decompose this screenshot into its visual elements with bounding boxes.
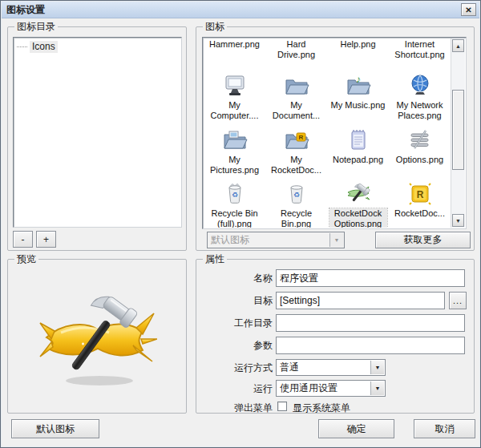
icon-list-item[interactable]: Options.png <box>389 126 451 180</box>
default-icon-button[interactable]: 默认图标 <box>11 419 99 438</box>
run-mode-dropdown[interactable]: 普通 ▼ <box>276 359 386 376</box>
properties-group: 属性 名称 目标 ... 工作目录 参数 运行方式 普通 ▼ 运行 使用通用设置… <box>196 259 475 414</box>
preview-hammer-icon <box>37 276 157 397</box>
my-computer-icon <box>222 73 248 99</box>
remove-directory-button[interactable]: - <box>13 231 33 248</box>
folder-icon <box>284 73 309 99</box>
run-label: 运行 <box>196 382 273 396</box>
icon-list-item[interactable]: My Pictures.png <box>204 126 265 180</box>
icon-directory-group-label: 图标目录 <box>14 21 58 32</box>
icon-list-item[interactable]: Recycle Bin.png <box>265 180 327 228</box>
icon-list-group-label: 图标 <box>203 21 227 32</box>
notepad-icon <box>346 127 371 153</box>
name-input[interactable] <box>276 269 465 287</box>
popup-menu-label: 弹出菜单 <box>196 402 273 415</box>
close-button[interactable]: ✕ <box>461 3 476 16</box>
default-icon-dropdown-value: 默认图标 <box>211 233 249 247</box>
close-icon: ✕ <box>465 6 471 14</box>
icon-list-item-selected[interactable]: RocketDock Options.png <box>327 180 389 228</box>
tree-connector-icon <box>17 46 27 47</box>
r-badge-icon <box>407 181 433 207</box>
scrollbar-thumb[interactable] <box>452 90 464 170</box>
icon-grid: Hammer.png Hard Drive.png Help.png Inter… <box>204 39 451 228</box>
pictures-folder-icon <box>222 127 248 153</box>
icon-list-item[interactable]: My RocketDoc... <box>265 126 327 180</box>
ellipsis-icon: ... <box>453 296 463 305</box>
plus-icon: + <box>43 234 49 245</box>
recycle-bin-icon <box>284 181 309 207</box>
chevron-down-icon: ▼ <box>370 381 384 395</box>
target-label: 目标 <box>196 294 273 308</box>
scroll-up-button[interactable]: ▲ <box>452 39 464 52</box>
browse-button[interactable]: ... <box>449 292 467 309</box>
workdir-input[interactable] <box>276 314 465 332</box>
show-system-menu-checkbox[interactable] <box>277 402 287 411</box>
show-system-menu-label: 显示系统菜单 <box>293 402 350 415</box>
get-more-button[interactable]: 获取更多 <box>375 232 471 248</box>
rocketdock-folder-icon <box>284 127 309 153</box>
icon-directory-tree[interactable]: Icons <box>13 37 182 228</box>
icon-list-item[interactable]: My Document... <box>265 71 327 126</box>
scroll-down-button[interactable]: ▼ <box>452 214 464 227</box>
run-mode-value: 普通 <box>280 361 299 374</box>
icon-list-group: 图标 Hammer.png Hard Drive.png Help.png In… <box>196 26 475 251</box>
window-title: 图标设置 <box>6 3 45 17</box>
workdir-label: 工作目录 <box>196 317 273 330</box>
run-value: 使用通用设置 <box>280 381 338 395</box>
icon-settings-dialog: 图标设置 ✕ 图标目录 Icons - + 图标 Hammer.png <box>0 0 481 448</box>
target-input[interactable] <box>276 292 445 309</box>
run-mode-label: 运行方式 <box>196 361 273 375</box>
icon-list-item[interactable]: Hammer.png <box>204 39 265 71</box>
icon-list-item[interactable]: RocketDoc... <box>389 180 451 228</box>
add-directory-button[interactable]: + <box>36 231 56 248</box>
name-label: 名称 <box>196 272 273 285</box>
properties-group-label: 属性 <box>203 253 227 264</box>
scroll-up-icon: ▲ <box>455 43 461 49</box>
icon-list-item[interactable]: Recycle Bin (full).png <box>204 180 265 228</box>
icon-list-scrollbar[interactable]: ▲ ▼ <box>451 38 465 228</box>
options-sliders-icon <box>407 127 433 153</box>
default-icon-dropdown[interactable]: 默认图标 ▼ <box>207 232 345 248</box>
chevron-down-icon: ▼ <box>370 361 384 374</box>
scroll-down-icon: ▼ <box>455 218 461 224</box>
cancel-button[interactable]: 取消 <box>414 419 475 438</box>
icon-list-item[interactable]: My Network Places.png <box>389 71 451 126</box>
globe-icon <box>407 73 433 99</box>
ok-button[interactable]: 确定 <box>318 419 394 438</box>
preview-group: 预览 <box>7 259 187 414</box>
hammer-options-icon <box>346 181 371 207</box>
icon-list-item[interactable]: Internet Shortcut.png <box>389 39 451 71</box>
params-label: 参数 <box>196 339 273 353</box>
chevron-down-icon: ▼ <box>329 233 343 247</box>
tree-item-icons[interactable]: Icons <box>17 41 181 53</box>
icon-list-item[interactable]: Help.png <box>327 39 389 71</box>
minus-icon: - <box>22 234 25 245</box>
music-folder-icon <box>346 73 371 99</box>
icon-list: Hammer.png Hard Drive.png Help.png Inter… <box>202 37 467 229</box>
params-input[interactable] <box>276 337 465 354</box>
icon-list-item[interactable]: Hard Drive.png <box>265 39 327 71</box>
preview-stage <box>8 260 186 413</box>
run-dropdown[interactable]: 使用通用设置 ▼ <box>276 380 386 397</box>
recycle-bin-full-icon <box>222 181 248 207</box>
icon-directory-group: 图标目录 Icons - + <box>7 26 187 251</box>
icon-list-item[interactable]: Notepad.png <box>327 126 389 180</box>
icon-list-item[interactable]: My Music.png <box>327 71 389 126</box>
titlebar[interactable]: 图标设置 ✕ <box>2 2 479 18</box>
icon-list-item[interactable]: My Computer.... <box>204 71 265 126</box>
